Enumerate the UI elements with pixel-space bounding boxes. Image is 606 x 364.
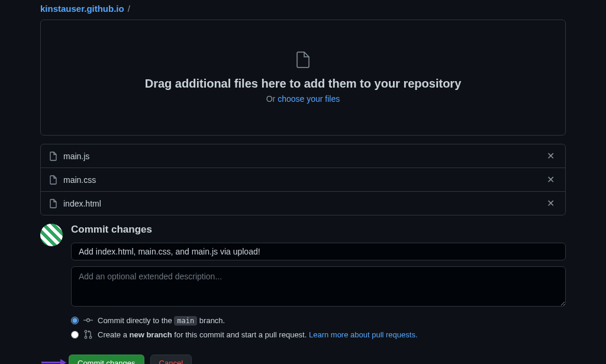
breadcrumb-separator: / [128,4,130,14]
drop-zone-title: Drag additional files here to add them t… [145,77,462,91]
file-row: main.js ✕ [41,144,565,168]
file-icon [49,199,57,208]
commit-new-branch-option[interactable]: Create a new branch for this commit and … [71,330,566,339]
file-icon [296,51,310,70]
file-row: index.html ✕ [41,192,565,215]
file-name: main.js [63,152,544,161]
arrow-pointer-annotation [40,357,66,364]
commit-new-branch-label: Create a new branch for this commit and … [98,330,418,339]
svg-point-3 [85,330,87,333]
git-commit-icon [83,315,93,325]
commit-description-textarea[interactable] [71,266,566,307]
breadcrumb-repo-link[interactable]: kinstauser.github.io [40,4,124,14]
remove-file-button[interactable]: ✕ [544,198,557,209]
commit-form: Commit changes Commit directly to the ma… [71,224,566,344]
commit-new-branch-radio[interactable] [71,331,79,339]
commit-direct-radio[interactable] [71,317,79,324]
git-pull-request-icon [83,330,93,339]
svg-marker-7 [60,359,66,364]
commit-heading: Commit changes [71,224,566,236]
file-icon [49,175,57,185]
commit-actions: Commit changes Cancel [69,355,566,364]
choose-files-link[interactable]: choose your files [278,94,340,104]
commit-section: Commit changes Commit directly to the ma… [40,224,566,344]
file-icon [49,152,57,161]
breadcrumb: kinstauser.github.io / [40,0,566,20]
commit-direct-label: Commit directly to the main branch. [98,316,225,325]
pull-requests-help-link[interactable]: Learn more about pull requests. [309,330,418,339]
drop-zone-subtitle: Or choose your files [266,94,340,104]
remove-file-button[interactable]: ✕ [544,150,557,162]
svg-point-5 [89,336,92,339]
file-drop-zone[interactable]: Drag additional files here to add them t… [40,20,566,136]
user-avatar[interactable] [40,224,63,246]
commit-changes-button[interactable]: Commit changes [69,355,144,364]
file-row: main.css ✕ [41,168,565,192]
file-name: main.css [63,175,544,185]
file-name: index.html [63,199,544,208]
commit-direct-option[interactable]: Commit directly to the main branch. [71,315,566,325]
commit-summary-input[interactable] [71,243,566,260]
svg-point-0 [87,319,90,322]
remove-file-button[interactable]: ✕ [544,174,557,185]
svg-point-4 [85,336,87,339]
uploaded-file-list: main.js ✕ main.css ✕ index.html ✕ [40,144,566,215]
cancel-button[interactable]: Cancel [150,355,192,364]
